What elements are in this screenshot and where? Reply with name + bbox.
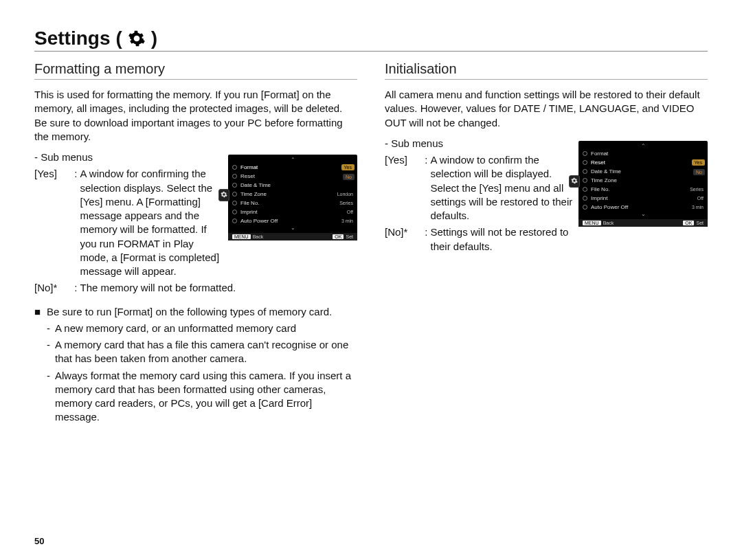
- page-number: 50: [34, 536, 44, 546]
- dash-list: -A new memory card, or an unformatted me…: [47, 322, 357, 425]
- left-column: Formatting a memory This is used for for…: [34, 61, 357, 427]
- dash-marker: -: [47, 338, 55, 366]
- menu-dot-icon: [583, 169, 587, 174]
- definition-key: [No]*: [34, 281, 71, 295]
- menu-row: File No.Series: [232, 199, 353, 208]
- gear-tab-icon: [218, 189, 229, 201]
- section-title-formatting: Formatting a memory: [34, 61, 357, 80]
- bullet-lead-text: Be sure to run [Format] on the following…: [47, 305, 332, 319]
- definition-sep: :: [422, 225, 431, 254]
- chevron-down-icon: ⌄: [232, 225, 353, 231]
- menu-dot-icon: [583, 160, 587, 165]
- menu-row: ImprintOff: [583, 194, 704, 203]
- definition-row: [Yes] : A window for confirming the sele…: [34, 167, 223, 278]
- content-columns: Formatting a memory This is used for for…: [34, 61, 708, 427]
- menu-item-label: Auto Power Off: [591, 204, 692, 210]
- definition-sep: :: [71, 167, 80, 278]
- dash-item: -A memory card that has a file this came…: [47, 338, 357, 366]
- screenshot-footer: MENUBack OKSet: [228, 233, 357, 240]
- camera-menu-screenshot-format: ⌃ FormatResetDate & TimeTime ZoneLondonF…: [228, 155, 357, 240]
- gear-tab-icon: [569, 175, 580, 188]
- square-bullet-icon: ■: [34, 305, 47, 319]
- initialisation-intro: All camera menu and function settings wi…: [385, 88, 708, 130]
- definition-key: [No]*: [385, 225, 422, 254]
- menu-item-value: London: [337, 192, 353, 197]
- definition-key: [Yes]: [385, 153, 422, 223]
- definition-key: [Yes]: [34, 167, 71, 278]
- right-column: Initialisation All camera menu and funct…: [385, 61, 708, 256]
- camera-menu-screenshot-reset: ⌃ FormatResetDate & TimeTime ZoneFile No…: [578, 141, 708, 227]
- menu-item-label: Imprint: [240, 209, 347, 215]
- menu-dot-icon: [232, 183, 237, 188]
- menu-item-value: Off: [347, 210, 353, 214]
- manual-page: Settings ( ) Formatting a memory This is…: [0, 0, 742, 560]
- menu-dot-icon: [232, 165, 237, 170]
- menu-row: Date & Time: [583, 167, 704, 176]
- menu-dot-icon: [232, 192, 237, 197]
- dash-item: -Always format the memory card using thi…: [47, 369, 357, 425]
- menu-dot-icon: [232, 201, 237, 205]
- menu-button-label: MENU: [232, 234, 251, 239]
- initialisation-detail-block: ⌃ FormatResetDate & TimeTime ZoneFile No…: [385, 137, 708, 256]
- chapter-heading: Settings ( ): [34, 27, 708, 52]
- menu-row: Reset: [583, 158, 704, 167]
- definition-row: [No]* : Settings will not be restored to…: [385, 225, 573, 254]
- menu-item-label: Time Zone: [240, 191, 337, 197]
- definition-value: A window to confirm the selection will b…: [431, 153, 573, 223]
- menu-item-label: Auto Power Off: [240, 218, 341, 224]
- menu-item-value: Series: [690, 187, 704, 192]
- menu-dot-icon: [583, 187, 587, 192]
- menu-row: ImprintOff: [232, 208, 353, 216]
- menu-item-label: File No.: [240, 200, 339, 206]
- menu-item-label: File No.: [591, 186, 690, 192]
- set-label: Set: [696, 221, 704, 225]
- back-label: Back: [253, 234, 264, 239]
- menu-dot-icon: [583, 151, 587, 156]
- menu-item-label: Reset: [591, 159, 704, 166]
- option-yes: Yes: [692, 159, 705, 166]
- definition-value: A window for confirming the selection di…: [80, 167, 223, 278]
- menu-row: Format: [232, 163, 353, 172]
- bullet-lead: ■ Be sure to run [Format] on the followi…: [34, 305, 357, 319]
- menu-dot-icon: [232, 219, 237, 223]
- option-no: No: [693, 169, 705, 175]
- back-label: Back: [603, 221, 614, 225]
- menu-item-label: Time Zone: [591, 177, 704, 183]
- formatting-detail-block: ⌃ FormatResetDate & TimeTime ZoneLondonF…: [34, 150, 357, 298]
- menu-row: Reset: [232, 172, 353, 181]
- dash-text: A memory card that has a file this camer…: [55, 338, 357, 366]
- menu-item-label: Imprint: [591, 195, 697, 201]
- chapter-title: Settings: [34, 27, 110, 49]
- screenshot-footer: MENUBack OKSet: [578, 219, 708, 227]
- definition-value: Settings will not be restored to their d…: [431, 225, 573, 254]
- menu-item-label: Format: [240, 164, 353, 170]
- chevron-up-icon: ⌃: [232, 157, 353, 163]
- ok-button-label: OK: [333, 234, 344, 239]
- menu-row: Auto Power Off3 min: [583, 203, 704, 212]
- chapter-paren-close: ): [151, 27, 157, 49]
- dash-text: Always format the memory card using this…: [55, 369, 357, 425]
- menu-item-label: Format: [591, 150, 704, 157]
- gear-icon: [128, 30, 146, 47]
- section-title-initialisation: Initialisation: [385, 61, 708, 80]
- chevron-up-icon: ⌃: [583, 144, 704, 149]
- menu-dot-icon: [232, 174, 237, 179]
- menu-row: Time ZoneLondon: [232, 190, 353, 199]
- definition-sep: :: [71, 281, 80, 295]
- dash-item: -A new memory card, or an unformatted me…: [47, 322, 357, 335]
- menu-item-label: Reset: [240, 173, 353, 179]
- menu-row: File No.Series: [583, 185, 704, 194]
- dash-marker: -: [47, 322, 55, 335]
- menu-item-value: Series: [339, 201, 353, 205]
- menu-dot-icon: [232, 210, 237, 214]
- definition-row: [Yes] : A window to confirm the selectio…: [385, 153, 573, 223]
- menu-row: Date & Time: [232, 181, 353, 190]
- menu-row: Format: [583, 149, 704, 158]
- dash-marker: -: [47, 369, 55, 425]
- menu-item-value: Off: [697, 196, 704, 201]
- option-yes: Yes: [341, 164, 355, 170]
- chevron-down-icon: ⌄: [583, 212, 704, 217]
- ok-button-label: OK: [683, 221, 694, 225]
- menu-dot-icon: [583, 196, 587, 201]
- definition-row: [No]* : The memory will not be formatted…: [34, 281, 357, 295]
